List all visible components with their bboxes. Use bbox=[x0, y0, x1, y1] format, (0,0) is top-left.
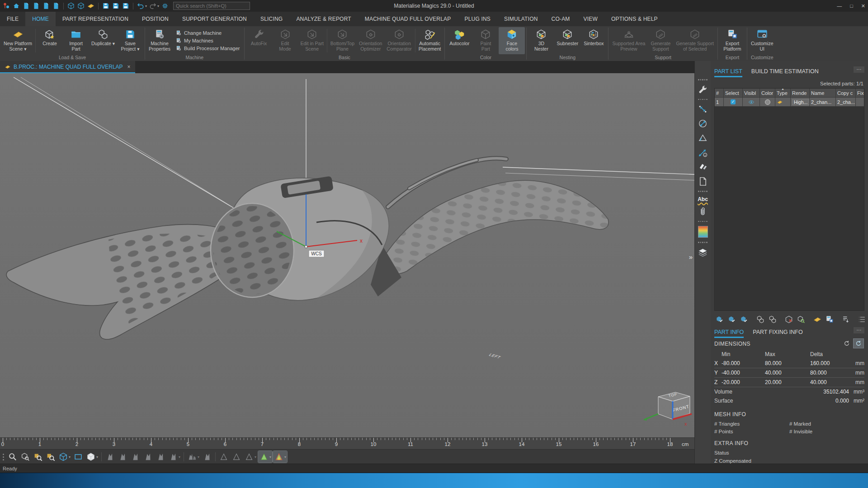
ribbon-button-automatic-placement[interactable]: Automatic Placement bbox=[416, 27, 443, 54]
render-cell[interactable]: High... bbox=[791, 98, 810, 107]
orient-tool-1-button[interactable] bbox=[104, 451, 116, 463]
view-scene-button[interactable] bbox=[66, 1, 75, 10]
ribbon-button-edit-in-part-scene[interactable]: Edit in Part Scene bbox=[298, 27, 326, 54]
menu-item-change-machine[interactable]: Change Machine bbox=[175, 30, 240, 36]
ribbon-button-create[interactable]: Create bbox=[37, 27, 63, 54]
tab-view[interactable]: VIEW bbox=[577, 12, 604, 26]
part-list-settings-button[interactable] bbox=[840, 314, 851, 325]
tab-options-help[interactable]: OPTIONS & HELP bbox=[604, 12, 665, 26]
orient-tool-4-button[interactable] bbox=[142, 451, 154, 463]
table-row[interactable]: 1✓High...2_chan...2_cha... bbox=[715, 98, 864, 107]
marked-planes-button[interactable]: ▾ bbox=[273, 451, 287, 463]
ribbon-button-supported-area-preview[interactable]: Supported Area Preview bbox=[610, 27, 647, 54]
model-3d[interactable] bbox=[6, 158, 609, 339]
new-scene-button[interactable] bbox=[22, 1, 31, 10]
close-tab-icon[interactable]: × bbox=[127, 64, 131, 70]
attachment-button[interactable] bbox=[698, 206, 708, 217]
column-header-copy-c[interactable]: Copy c bbox=[836, 89, 856, 98]
maximize-button[interactable]: □ bbox=[850, 3, 853, 9]
save-button[interactable] bbox=[101, 1, 110, 10]
measure-note-button[interactable] bbox=[698, 147, 708, 158]
ribbon-button-orientation-optimizer[interactable]: Orientation Optimizer bbox=[357, 27, 384, 54]
undo-button[interactable]: ▾ bbox=[136, 1, 147, 10]
menu-item-my-machines[interactable]: My Machines bbox=[175, 38, 240, 44]
tab-plug-ins[interactable]: PLUG INS bbox=[458, 12, 497, 26]
color-swatch[interactable] bbox=[765, 99, 770, 105]
color-cell[interactable] bbox=[760, 98, 775, 107]
column-header-visibl[interactable]: Visibl bbox=[743, 89, 760, 98]
ribbon-button-orientation-comparator[interactable]: Orientation Comparator bbox=[384, 27, 414, 54]
column-header-rende[interactable]: Rende bbox=[791, 89, 810, 98]
column-header-select[interactable]: Select bbox=[724, 89, 743, 98]
ribbon-button-paint-part[interactable]: Paint Part bbox=[472, 27, 499, 54]
measure-angle-button[interactable] bbox=[698, 133, 708, 143]
select-cell[interactable]: ✓ bbox=[724, 98, 743, 107]
ribbon-button-autocolor[interactable]: Autocolor bbox=[446, 27, 472, 54]
tab-file[interactable]: FILE bbox=[0, 12, 25, 26]
tab-analyze-report[interactable]: ANALYZE & REPORT bbox=[289, 12, 358, 26]
panel-collapse-chevron[interactable]: » bbox=[689, 253, 693, 261]
annotation-button[interactable]: Abc bbox=[698, 196, 708, 202]
zoom-platform-button[interactable] bbox=[32, 451, 44, 463]
marked-triangles-button[interactable]: ▾ bbox=[258, 451, 272, 463]
panel-tab-build-time-estimation[interactable]: BUILD TIME ESTIMATION bbox=[751, 68, 819, 77]
open-file-button[interactable] bbox=[32, 1, 41, 10]
column-header-fixinfo[interactable]: FixInfo bbox=[856, 89, 864, 98]
tab-support-generation[interactable]: SUPPORT GENERATION bbox=[175, 12, 254, 26]
invert-selection-button[interactable] bbox=[739, 314, 750, 325]
view-part-button[interactable] bbox=[76, 1, 85, 10]
tab-simulation[interactable]: SIMULATION bbox=[497, 12, 544, 26]
viewport-3d[interactable]: x WCS TOP LEFT FRONT x » bbox=[0, 73, 694, 437]
measure-distance-button[interactable] bbox=[698, 104, 708, 114]
orient-tool-2-button[interactable] bbox=[117, 451, 128, 463]
duplicate-part-button[interactable] bbox=[755, 314, 766, 325]
zoom-to-part-button[interactable] bbox=[796, 314, 807, 325]
ribbon-button-new-platform-scene[interactable]: New Platform Scene ▾ bbox=[1, 27, 34, 54]
render-mode-value[interactable]: High... bbox=[792, 99, 809, 105]
orient-tool-3-button[interactable] bbox=[129, 451, 141, 463]
tab-machine-quad-full-overlap[interactable]: MACHINE QUAD FULL OVERLAP bbox=[358, 12, 458, 26]
render-mode-button[interactable]: ▾ bbox=[85, 451, 99, 463]
quick-search-input[interactable] bbox=[173, 2, 250, 10]
orient-tool-5-button[interactable] bbox=[155, 451, 166, 463]
compact-view-button[interactable] bbox=[857, 314, 868, 325]
assemble-parts-button[interactable] bbox=[767, 314, 778, 325]
tab-home[interactable]: HOME bbox=[25, 12, 56, 26]
panel-tab-part-list[interactable]: PART LIST bbox=[714, 68, 742, 77]
menu-item-build-processor-manager[interactable]: Build Processor Manager bbox=[175, 45, 240, 52]
ribbon-button-bottom-top-plane[interactable]: Bottom/Top Plane bbox=[328, 27, 357, 54]
column-header-[interactable]: # bbox=[715, 89, 724, 98]
view-cube[interactable]: TOP LEFT FRONT x bbox=[488, 353, 692, 427]
eye-icon[interactable] bbox=[748, 99, 755, 105]
visible-cell[interactable] bbox=[743, 98, 760, 107]
minimize-button[interactable]: — bbox=[837, 3, 842, 9]
orient-tool-6-button[interactable]: ▾ bbox=[167, 451, 181, 463]
ribbon-button-save-project[interactable]: Save Project ▾ bbox=[117, 27, 143, 54]
app-pin-button[interactable] bbox=[2, 1, 11, 10]
column-header-color[interactable]: Color bbox=[760, 89, 775, 98]
ribbon-button-duplicate[interactable]: Duplicate ▾ bbox=[89, 27, 117, 54]
ribbon-button-export-platform[interactable]: Export Platform bbox=[719, 27, 745, 54]
measure-circle-button[interactable] bbox=[698, 118, 708, 129]
info-tab-part-info[interactable]: PART INFO bbox=[714, 329, 744, 338]
triangle-tool-2-button[interactable] bbox=[231, 451, 242, 463]
refresh-dimensions-button[interactable] bbox=[842, 339, 852, 348]
delete-part-button[interactable] bbox=[783, 314, 794, 325]
info-tab-overflow-button[interactable]: ⋯ bbox=[854, 327, 864, 333]
report-page-button[interactable] bbox=[698, 176, 708, 187]
texture-map-button[interactable] bbox=[698, 226, 708, 238]
column-header-type[interactable]: ▲Type bbox=[775, 89, 791, 98]
auto-refresh-button[interactable] bbox=[854, 339, 863, 348]
zoom-view-button[interactable] bbox=[19, 451, 31, 463]
tab-slicing[interactable]: SLICING bbox=[254, 12, 289, 26]
mark-region-button[interactable] bbox=[698, 162, 708, 172]
settings-gears-button[interactable] bbox=[160, 1, 170, 10]
ribbon-button-autofix[interactable]: AutoFix bbox=[246, 27, 272, 54]
ribbon-button-generate-support-of-selected[interactable]: Generate Support of Selected bbox=[674, 27, 716, 54]
ribbon-button-customize-ui[interactable]: Customize UI bbox=[749, 27, 776, 54]
tab-part-representation[interactable]: PART REPRESENTATION bbox=[56, 12, 135, 26]
ribbon-button-sinterbox[interactable]: Sinterbox bbox=[580, 27, 607, 54]
export-file-button[interactable] bbox=[52, 1, 61, 10]
panel-tab-overflow-button[interactable]: ⋯ bbox=[854, 66, 864, 73]
ribbon-button-subnester[interactable]: Subnester bbox=[554, 27, 580, 54]
